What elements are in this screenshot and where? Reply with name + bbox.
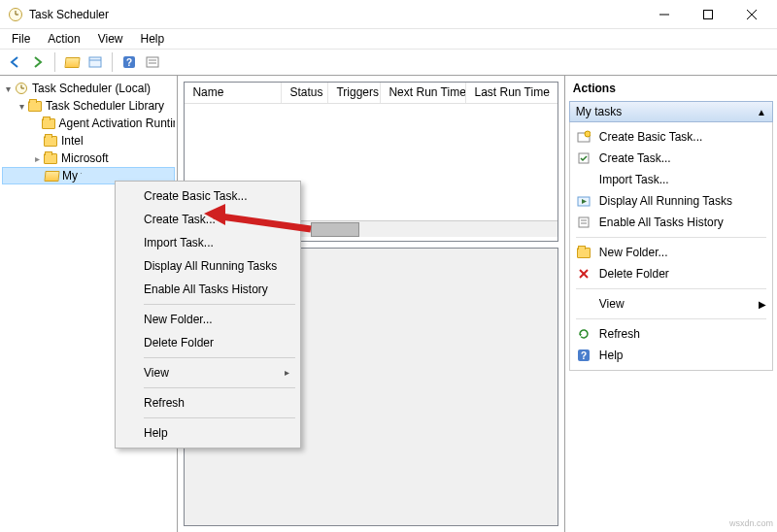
cm-create-task[interactable]: Create Task... [118,208,297,231]
actions-header[interactable]: My tasks ▲ [569,101,773,122]
clock-icon [14,81,29,96]
tree-label: Agent Activation Runtime [58,116,175,130]
properties-button[interactable] [84,51,106,73]
action-create-basic-task[interactable]: Create Basic Task... [570,126,772,148]
tree-label: Task Scheduler Library [46,99,164,113]
action-delete-folder[interactable]: Delete Folder [570,263,772,284]
menubar: File Action View Help [0,29,777,49]
cm-display-running[interactable]: Display All Running Tasks [118,254,297,278]
chevron-right-icon[interactable]: ▸ [31,153,43,164]
tree-label: My tasks [62,169,82,183]
actions-pane: Actions My tasks ▲ Create Basic Task... … [565,76,777,532]
watermark: wsxdn.com [729,518,773,528]
cm-delete-folder[interactable]: Delete Folder [118,331,297,354]
separator [576,318,766,319]
action-label: Help [599,349,624,362]
tree-label: Intel [61,134,84,148]
cm-import-task[interactable]: Import Task... [118,231,297,254]
window-title: Task Scheduler [29,8,109,21]
action-new-folder[interactable]: New Folder... [570,242,772,263]
action-view[interactable]: View ▶ [570,293,772,315]
separator [144,304,295,305]
separator [144,417,295,418]
cm-refresh[interactable]: Refresh [118,391,297,415]
action-import-task[interactable]: Import Task... [570,169,772,190]
clock-icon [8,7,23,22]
action-help[interactable]: ? Help [570,345,772,366]
action-label: New Folder... [599,246,668,259]
tree-label: Microsoft [61,151,109,165]
action-label: Enable All Tasks History [599,216,724,229]
separator [576,288,766,289]
running-icon [576,193,591,209]
cm-view-label: View [144,366,169,380]
options-button[interactable] [142,51,163,73]
action-label: Create Basic Task... [599,130,703,144]
col-lastrun[interactable]: Last Run Time [466,83,557,103]
folder-icon [42,116,56,131]
col-nextrun[interactable]: Next Run Time [381,83,466,103]
maximize-button[interactable] [686,0,729,28]
up-folder-button[interactable] [61,51,83,73]
menu-file[interactable]: File [4,30,38,48]
action-label: Display All Running Tasks [599,194,732,208]
toolbar-separator [112,52,113,72]
svg-rect-11 [147,57,158,67]
action-enable-history[interactable]: Enable All Tasks History [570,212,772,233]
tree-label: Task Scheduler (Local) [32,82,151,95]
toolbar: ? [0,49,777,76]
svg-text:?: ? [126,57,132,68]
svg-marker-27 [579,334,582,337]
chevron-right-icon: ▸ [285,367,289,378]
action-refresh[interactable]: Refresh [570,323,772,345]
tree-library[interactable]: ▾ Task Scheduler Library [2,97,175,115]
help-icon: ? [576,348,591,363]
action-label: Import Task... [599,173,669,186]
menu-view[interactable]: View [90,30,131,48]
folder-icon [43,133,58,149]
wizard-icon [576,129,591,145]
cm-new-folder[interactable]: New Folder... [118,308,297,331]
delete-icon [576,266,591,282]
tree-node-intel[interactable]: Intel [2,132,175,150]
list-header: Name Status Triggers Next Run Time Last … [185,83,557,104]
cm-view[interactable]: View ▸ [118,361,297,384]
menu-action[interactable]: Action [40,30,87,48]
tree-node-microsoft[interactable]: ▸ Microsoft [2,150,175,167]
col-name[interactable]: Name [185,83,282,103]
action-label: View [599,297,625,311]
tree-node-agent[interactable]: Agent Activation Runtime [2,115,175,132]
close-button[interactable] [729,0,773,28]
svg-rect-22 [579,217,589,227]
action-label: Create Task... [599,151,671,165]
blank-icon [576,296,591,312]
col-status[interactable]: Status [282,83,328,103]
cm-create-basic-task[interactable]: Create Basic Task... [118,184,297,208]
folder-icon [43,150,58,166]
back-button[interactable] [4,51,25,73]
tree-root[interactable]: ▾ Task Scheduler (Local) [2,80,175,97]
action-create-task[interactable]: Create Task... [570,148,772,169]
actions-list: Create Basic Task... Create Task... Impo… [569,122,773,371]
chevron-down-icon[interactable]: ▾ [16,101,27,112]
cm-enable-history[interactable]: Enable All Tasks History [118,278,297,301]
separator [144,357,295,358]
history-icon [576,215,591,230]
help-button[interactable]: ? [118,51,140,73]
forward-button[interactable] [27,51,49,73]
minimize-button[interactable] [642,0,686,28]
action-display-running[interactable]: Display All Running Tasks [570,190,772,212]
col-triggers[interactable]: Triggers [328,83,381,103]
collapse-icon[interactable]: ▲ [757,107,766,117]
svg-text:?: ? [581,350,587,361]
folder-open-icon [44,168,59,183]
menu-help[interactable]: Help [133,30,173,48]
chevron-down-icon[interactable]: ▾ [2,83,14,94]
context-menu: Create Basic Task... Create Task... Impo… [115,181,301,449]
action-label: Refresh [599,327,640,341]
svg-rect-4 [703,10,712,18]
svg-rect-7 [89,57,101,67]
action-label: Delete Folder [599,267,669,281]
actions-title: Actions [569,80,773,101]
cm-help[interactable]: Help [118,421,297,445]
